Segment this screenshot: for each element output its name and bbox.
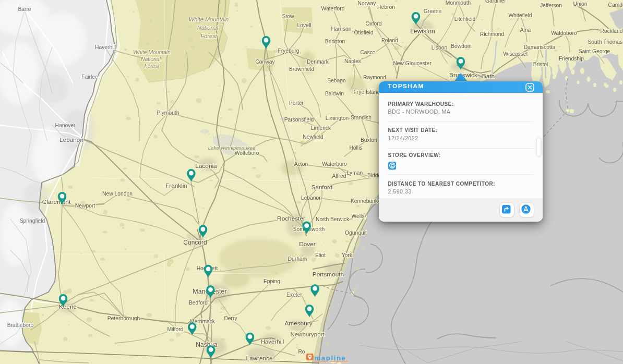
svg-text:Camden: Camden (608, 2, 623, 8)
svg-text:New London: New London (102, 191, 133, 197)
svg-text:Greene: Greene (424, 8, 442, 14)
svg-text:White Mountain: White Mountain (189, 16, 229, 22)
svg-text:Wolfeboro: Wolfeboro (235, 150, 259, 156)
svg-text:Limerick: Limerick (311, 125, 331, 131)
svg-text:New Gloucester: New Gloucester (393, 60, 432, 66)
svg-text:Hollis: Hollis (349, 145, 362, 151)
svg-text:Hebron: Hebron (377, 4, 395, 10)
svg-text:Harrison: Harrison (331, 26, 352, 32)
svg-text:Kennebunk: Kennebunk (351, 198, 378, 204)
svg-text:Saint George: Saint George (579, 48, 610, 54)
svg-text:Concord: Concord (183, 239, 207, 246)
svg-text:Parsonsfield: Parsonsfield (284, 117, 314, 123)
svg-text:Bridgton: Bridgton (325, 39, 345, 44)
svg-text:Buxton: Buxton (361, 137, 377, 143)
svg-text:Brownfield: Brownfield (289, 66, 314, 72)
svg-text:Stow: Stow (282, 14, 294, 19)
svg-text:Portsmouth: Portsmouth (313, 271, 344, 278)
svg-text:National: National (141, 56, 161, 62)
svg-text:Otisfield: Otisfield (354, 30, 373, 35)
svg-text:White Mountain: White Mountain (133, 50, 171, 55)
svg-text:Forest: Forest (144, 63, 160, 69)
svg-text:Bath: Bath (482, 72, 495, 80)
svg-text:Richmond: Richmond (480, 31, 505, 37)
svg-text:Raymond: Raymond (363, 75, 386, 80)
svg-text:York: York (342, 252, 353, 258)
svg-text:National: National (197, 25, 219, 31)
svg-text:Newburyport: Newburyport (290, 331, 325, 337)
svg-text:Lyman: Lyman (347, 170, 363, 176)
svg-text:Lovell: Lovell (297, 22, 312, 28)
svg-text:Wiscasset: Wiscasset (504, 51, 528, 57)
svg-text:Gardiner: Gardiner (485, 0, 507, 4)
svg-text:Ro: Ro (298, 349, 305, 355)
svg-text:Brattleboro: Brattleboro (7, 322, 34, 328)
svg-text:Laconia: Laconia (195, 162, 217, 169)
svg-text:Litchfield: Litchfield (454, 16, 476, 22)
svg-text:Bristol: Bristol (533, 62, 548, 67)
svg-text:South Thomaston: South Thomaston (588, 39, 623, 45)
svg-text:Standish: Standish (351, 115, 372, 120)
svg-text:Bedford: Bedford (189, 300, 208, 306)
svg-text:Rockland: Rockland (601, 28, 623, 34)
svg-text:Oxford: Oxford (366, 21, 382, 27)
svg-text:Newfield: Newfield (303, 134, 324, 140)
svg-text:Plymouth: Plymouth (157, 110, 179, 116)
svg-text:Fairlee: Fairlee (81, 74, 98, 80)
svg-text:Sebago: Sebago (327, 78, 346, 83)
svg-text:Wells: Wells (352, 213, 365, 219)
svg-text:Lewiston: Lewiston (410, 28, 435, 35)
svg-text:Baldwin: Baldwin (325, 91, 344, 96)
svg-text:Porter: Porter (289, 100, 304, 106)
svg-text:Lebanon: Lebanon (301, 195, 322, 201)
svg-text:Denmark: Denmark (307, 59, 329, 65)
svg-text:Lisbon: Lisbon (432, 45, 448, 51)
svg-text:Naples: Naples (344, 58, 361, 64)
svg-text:Hanover: Hanover (55, 123, 76, 128)
svg-text:Amesbury: Amesbury (284, 320, 312, 327)
svg-text:Alfred: Alfred (332, 173, 346, 179)
svg-text:Ogunquit: Ogunquit (345, 230, 367, 236)
svg-text:Monmouth: Monmouth (446, 0, 471, 6)
svg-text:Springfield: Springfield (20, 218, 45, 224)
svg-text:Waterford: Waterford (321, 6, 345, 11)
svg-text:Frye Island: Frye Island (354, 89, 380, 95)
svg-text:Lebanon: Lebanon (59, 136, 83, 143)
svg-text:Bowdoin: Bowdoin (451, 43, 472, 49)
svg-text:Rochester: Rochester (277, 215, 305, 222)
svg-text:Haverhill: Haverhill (261, 338, 284, 345)
svg-text:Alna: Alna (520, 27, 531, 33)
svg-text:Waldoboro: Waldoboro (551, 30, 577, 36)
svg-text:Limington: Limington (326, 115, 349, 121)
svg-text:Eliot: Eliot (315, 252, 326, 258)
svg-text:Acton: Acton (294, 161, 308, 167)
svg-text:North Berwick: North Berwick (316, 216, 350, 222)
svg-text:Forest: Forest (200, 33, 217, 39)
svg-text:Sanford: Sanford (312, 184, 332, 190)
svg-text:Newport: Newport (75, 203, 95, 209)
svg-text:Damariscotta: Damariscotta (524, 44, 556, 50)
svg-text:Fryeburg: Fryeburg (278, 48, 299, 54)
svg-text:Norway: Norway (358, 1, 377, 6)
svg-text:Franklin: Franklin (165, 182, 187, 189)
svg-text:Union: Union (573, 1, 588, 7)
svg-text:Barre: Barre (18, 6, 31, 12)
svg-text:Epping: Epping (263, 278, 280, 284)
svg-text:Exeter: Exeter (286, 292, 302, 298)
svg-text:Durham: Durham (288, 256, 307, 262)
svg-text:Lawrence: Lawrence (246, 355, 273, 362)
svg-text:Whitefield: Whitefield (508, 13, 532, 18)
svg-text:Waterboro: Waterboro (322, 161, 347, 167)
svg-text:Peterborough: Peterborough (107, 316, 140, 321)
svg-text:Poland: Poland (381, 38, 398, 43)
svg-text:mapline: mapline (315, 354, 346, 362)
svg-text:Dover: Dover (299, 240, 316, 248)
svg-text:Milford: Milford (167, 326, 184, 332)
svg-text:Conway: Conway (255, 59, 275, 65)
svg-text:Jefferson: Jefferson (540, 3, 562, 8)
svg-text:Claremont: Claremont (42, 198, 71, 205)
svg-text:Haverhill: Haverhill (95, 44, 116, 50)
svg-text:Casco: Casco (360, 50, 375, 55)
svg-text:Derry: Derry (224, 316, 237, 321)
svg-text:Friendship: Friendship (559, 56, 584, 62)
